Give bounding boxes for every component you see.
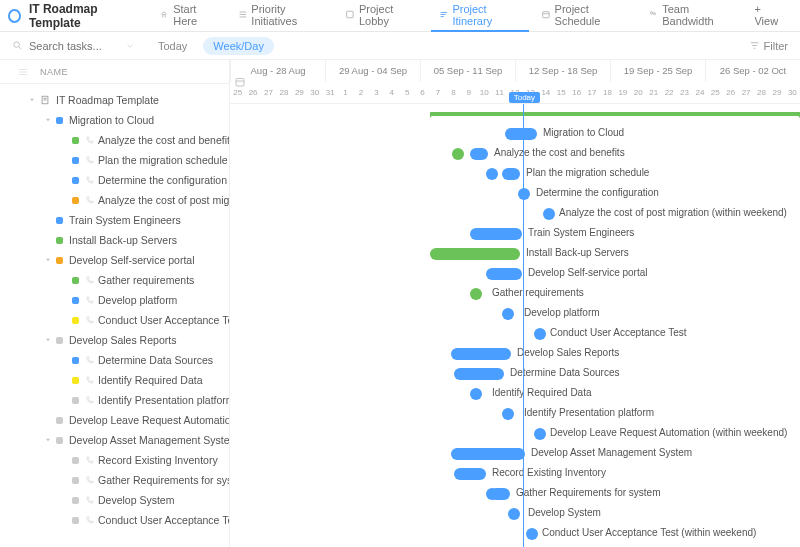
- gantt-bar[interactable]: [430, 248, 520, 260]
- status-dot: [72, 177, 79, 184]
- nav-tab-project-schedule[interactable]: Project Schedule: [533, 0, 637, 32]
- tree-item-label: Identify Required Data: [98, 374, 202, 386]
- svg-marker-16: [30, 99, 34, 102]
- phone-icon: [85, 496, 94, 505]
- gantt-bar[interactable]: [470, 148, 488, 160]
- week-label: 12 Sep - 18 Sep: [515, 60, 610, 82]
- tree-item[interactable]: Gather requirements: [0, 270, 229, 290]
- tree-item-label: Develop Leave Request Automation: [69, 414, 229, 426]
- tree-item[interactable]: Develop Asset Management System: [0, 430, 229, 450]
- day-label: 20: [631, 82, 646, 104]
- tree-item[interactable]: Develop Self-service portal: [0, 250, 229, 270]
- tree-item[interactable]: Develop System: [0, 490, 229, 510]
- tree-item[interactable]: Plan the migration schedule: [0, 150, 229, 170]
- caret-down-icon[interactable]: [44, 336, 52, 344]
- nav-tab-team-bandwidth[interactable]: Team Bandwidth: [640, 0, 742, 32]
- gantt-milestone[interactable]: [502, 408, 514, 420]
- tree-item[interactable]: IT Roadmap Template: [0, 90, 229, 110]
- gantt-bar-label: Install Back-up Servers: [526, 247, 629, 258]
- gantt-bar[interactable]: [454, 368, 504, 380]
- today-button[interactable]: Today: [152, 38, 193, 54]
- tree-item[interactable]: Train System Engineers: [0, 210, 229, 230]
- day-label: 19: [615, 82, 630, 104]
- nav-tab-priority-initiatives[interactable]: Priority Initiatives: [230, 0, 334, 32]
- tree-item[interactable]: Install Back-up Servers: [0, 230, 229, 250]
- gantt-milestone[interactable]: [518, 188, 530, 200]
- tree-item[interactable]: Gather Requirements for syst...: [0, 470, 229, 490]
- phone-icon: [85, 476, 94, 485]
- today-badge: Today: [509, 92, 540, 103]
- day-label: 26: [723, 82, 738, 104]
- gantt-milestone[interactable]: [534, 428, 546, 440]
- nav-tab-project-itinerary[interactable]: Project Itinerary: [431, 0, 529, 32]
- gantt-row: Gather Requirements for system: [230, 484, 800, 504]
- gantt-milestone[interactable]: [508, 508, 520, 520]
- tab-icon: [238, 9, 248, 20]
- caret-down-icon[interactable]: [44, 436, 52, 444]
- weekday-toggle[interactable]: Week/Day: [203, 37, 274, 55]
- nav-tab--view[interactable]: + View: [746, 0, 792, 32]
- tree-item[interactable]: Develop platform: [0, 290, 229, 310]
- status-dot: [72, 377, 79, 384]
- status-dot: [72, 477, 79, 484]
- search-input[interactable]: [29, 40, 119, 52]
- gantt-bar[interactable]: [505, 128, 537, 140]
- today-line: Today: [523, 104, 524, 547]
- gantt-milestone[interactable]: [486, 168, 498, 180]
- gantt-milestone[interactable]: [543, 208, 555, 220]
- filter-button[interactable]: Filter: [749, 40, 788, 52]
- gantt-bar[interactable]: [451, 448, 525, 460]
- tree-item[interactable]: Analyze the cost of post mig...: [0, 190, 229, 210]
- gantt-bar[interactable]: [451, 348, 511, 360]
- caret-down-icon[interactable]: [44, 116, 52, 124]
- phone-icon: [85, 176, 94, 185]
- chevron-down-icon[interactable]: [125, 41, 135, 51]
- gantt-row: [230, 104, 800, 124]
- status-dot: [72, 297, 79, 304]
- gantt-bar[interactable]: [454, 468, 486, 480]
- tree-item[interactable]: Develop Leave Request Automation: [0, 410, 229, 430]
- gantt-row: Determine Data Sources: [230, 364, 800, 384]
- caret-down-icon[interactable]: [44, 256, 52, 264]
- svg-marker-20: [46, 119, 50, 122]
- gantt-milestone[interactable]: [470, 288, 482, 300]
- gantt-milestone[interactable]: [452, 148, 464, 160]
- caret-down-icon[interactable]: [28, 96, 36, 104]
- tree-item[interactable]: Develop Sales Reports: [0, 330, 229, 350]
- gantt-milestone[interactable]: [526, 528, 538, 540]
- tree-item[interactable]: Conduct User Acceptance Test: [0, 510, 229, 530]
- top-nav: IT Roadmap Template Start HerePriority I…: [0, 0, 800, 32]
- page-title: IT Roadmap Template: [29, 2, 140, 30]
- gantt-milestone[interactable]: [502, 308, 514, 320]
- timeline-area[interactable]: Aug - 28 Aug29 Aug - 04 Sep05 Sep - 11 S…: [230, 60, 800, 547]
- tree-item-label: Conduct User Acceptance Test: [98, 514, 229, 526]
- gantt-milestone[interactable]: [470, 388, 482, 400]
- tree-item[interactable]: Determine Data Sources: [0, 350, 229, 370]
- status-dot: [72, 317, 79, 324]
- tree-item[interactable]: Analyze the cost and benefits: [0, 130, 229, 150]
- tree-item[interactable]: Migration to Cloud: [0, 110, 229, 130]
- nav-tab-project-lobby[interactable]: Project Lobby: [337, 0, 426, 32]
- search-box[interactable]: [12, 40, 142, 52]
- gantt-row: Conduct User Acceptance Test: [230, 324, 800, 344]
- tree-item[interactable]: Record Existing Inventory: [0, 450, 229, 470]
- gantt-bar[interactable]: [490, 488, 510, 500]
- gantt-row: Develop Sales Reports: [230, 344, 800, 364]
- gantt-bar[interactable]: [486, 268, 522, 280]
- tree-item[interactable]: Determine the configuration: [0, 170, 229, 190]
- tree-item-label: Install Back-up Servers: [69, 234, 177, 246]
- week-label: 19 Sep - 25 Sep: [610, 60, 705, 82]
- tree-item[interactable]: Conduct User Acceptance Test: [0, 310, 229, 330]
- gantt-row: Determine the configuration: [230, 184, 800, 204]
- status-dot: [56, 417, 63, 424]
- phone-icon: [85, 136, 94, 145]
- tree-item[interactable]: Identify Presentation platform: [0, 390, 229, 410]
- gantt-bar[interactable]: [502, 168, 520, 180]
- phone-icon: [85, 376, 94, 385]
- gantt-milestone[interactable]: [534, 328, 546, 340]
- tree-item[interactable]: Identify Required Data: [0, 370, 229, 390]
- gantt-summary-bar[interactable]: [430, 112, 800, 116]
- gantt-bar[interactable]: [470, 228, 522, 240]
- tree-item-label: Gather Requirements for syst...: [98, 474, 229, 486]
- nav-tab-start-here[interactable]: Start Here: [151, 0, 225, 32]
